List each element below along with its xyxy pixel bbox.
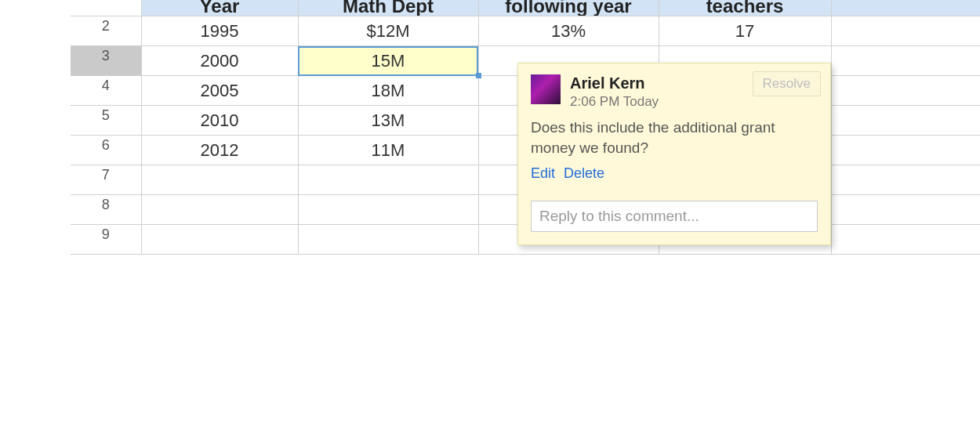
header-math[interactable]: Math Dept [298, 0, 478, 16]
cell-math[interactable]: 15M [298, 46, 478, 76]
header-tail[interactable] [831, 0, 980, 16]
edit-link[interactable]: Edit [531, 165, 555, 181]
row-number[interactable]: 3 [71, 46, 141, 76]
cell-empty[interactable] [831, 106, 980, 136]
cell-math[interactable]: 18M [298, 76, 478, 106]
header-gutter [71, 0, 141, 16]
cell-year[interactable] [141, 165, 298, 195]
delete-link[interactable]: Delete [564, 165, 604, 181]
cell-math[interactable] [298, 225, 478, 255]
cell-year[interactable]: 2000 [141, 46, 298, 76]
cell-empty[interactable] [831, 225, 980, 255]
comment-popover: Ariel Kern 2:06 PM Today Resolve Does th… [517, 63, 831, 245]
header-teachers[interactable]: teachers [659, 0, 831, 16]
cell-math[interactable]: 11M [298, 136, 478, 165]
cell-year[interactable] [141, 225, 298, 255]
comment-body: Does this include the additional grant m… [531, 118, 818, 158]
cell-year[interactable]: 2012 [141, 136, 298, 165]
row-number[interactable]: 6 [71, 136, 141, 165]
header-following[interactable]: following year [478, 0, 659, 16]
row-number[interactable]: 4 [71, 76, 141, 106]
row-number[interactable]: 2 [71, 16, 141, 46]
avatar [531, 74, 561, 104]
cell-empty[interactable] [831, 76, 980, 106]
cell-math[interactable]: 13M [298, 106, 478, 136]
cell-following[interactable]: 13% [478, 16, 659, 46]
header-row: Year Math Dept following year teachers [71, 0, 980, 16]
cell-teachers[interactable]: 17 [659, 16, 831, 46]
row-number[interactable]: 8 [71, 195, 141, 225]
cell-year[interactable]: 2010 [141, 106, 298, 136]
cell-math[interactable] [298, 165, 478, 195]
comment-time: 2:06 PM Today [570, 94, 818, 110]
row-number[interactable]: 9 [71, 225, 141, 255]
cell-math[interactable]: $12M [298, 16, 478, 46]
cell-empty[interactable] [831, 165, 980, 195]
cell-empty[interactable] [831, 46, 980, 76]
cell-math[interactable] [298, 195, 478, 225]
header-year[interactable]: Year [141, 0, 298, 16]
row-number[interactable]: 7 [71, 165, 141, 195]
cell-year[interactable]: 2005 [141, 76, 298, 106]
row-number[interactable]: 5 [71, 106, 141, 136]
reply-input[interactable] [531, 201, 818, 232]
cell-empty[interactable] [831, 195, 980, 225]
table-row: 21995$12M13%17 [71, 16, 980, 46]
resolve-button[interactable]: Resolve [753, 71, 821, 96]
cell-year[interactable]: 1995 [141, 16, 298, 46]
cell-empty[interactable] [831, 16, 980, 46]
cell-empty[interactable] [831, 136, 980, 165]
cell-year[interactable] [141, 195, 298, 225]
